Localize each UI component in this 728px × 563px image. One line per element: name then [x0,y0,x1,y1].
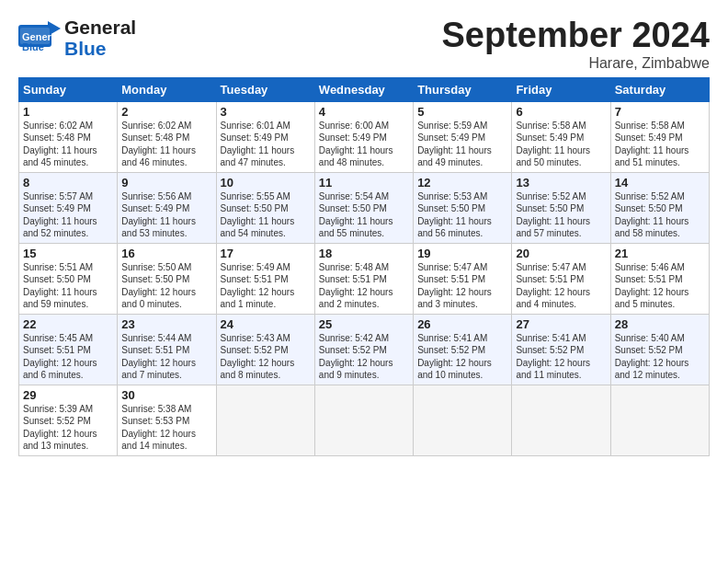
day-number: 1 [23,105,113,119]
col-sunday: Sunday [19,77,118,101]
calendar-cell: 28Sunrise: 5:40 AM Sunset: 5:52 PM Dayli… [610,314,709,385]
cell-info: Sunrise: 5:54 AM Sunset: 5:50 PM Dayligh… [319,190,409,240]
calendar-cell: 3Sunrise: 6:01 AM Sunset: 5:49 PM Daylig… [216,101,314,172]
cell-info: Sunrise: 5:41 AM Sunset: 5:52 PM Dayligh… [516,332,606,382]
cell-info: Sunrise: 5:59 AM Sunset: 5:49 PM Dayligh… [417,120,507,169]
cell-info: Sunrise: 5:47 AM Sunset: 5:51 PM Dayligh… [417,261,507,311]
day-number: 20 [516,247,606,260]
col-friday: Friday [512,77,610,101]
calendar-cell [512,385,610,455]
col-thursday: Thursday [414,77,512,101]
calendar-cell: 7Sunrise: 5:58 AM Sunset: 5:49 PM Daylig… [610,101,709,172]
logo: General Blue General Blue [18,17,136,59]
col-tuesday: Tuesday [216,77,314,101]
header-row: Sunday Monday Tuesday Wednesday Thursday… [19,77,710,101]
col-saturday: Saturday [610,77,709,101]
week-row-1: 1Sunrise: 6:02 AM Sunset: 5:48 PM Daylig… [19,101,710,172]
cell-info: Sunrise: 6:02 AM Sunset: 5:48 PM Dayligh… [121,120,211,169]
cell-info: Sunrise: 6:02 AM Sunset: 5:48 PM Dayligh… [23,120,113,169]
calendar-cell: 4Sunrise: 6:00 AM Sunset: 5:49 PM Daylig… [314,101,413,172]
day-number: 5 [417,105,507,119]
cell-info: Sunrise: 6:00 AM Sunset: 5:49 PM Dayligh… [319,120,409,169]
week-row-5: 29Sunrise: 5:39 AM Sunset: 5:52 PM Dayli… [19,385,710,455]
calendar-cell: 6Sunrise: 5:58 AM Sunset: 5:49 PM Daylig… [512,101,610,172]
day-number: 19 [417,247,507,260]
title-block: September 2024 Harare, Zimbabwe [442,17,711,72]
calendar-cell: 13Sunrise: 5:52 AM Sunset: 5:50 PM Dayli… [512,172,610,243]
day-number: 9 [121,176,211,190]
day-number: 16 [121,247,211,260]
logo-blue: Blue [64,38,136,59]
calendar-cell [216,385,314,455]
logo-text-block: General Blue [64,17,136,59]
calendar-cell: 19Sunrise: 5:47 AM Sunset: 5:51 PM Dayli… [414,243,512,314]
cell-info: Sunrise: 5:47 AM Sunset: 5:51 PM Dayligh… [516,261,606,311]
cell-info: Sunrise: 5:49 AM Sunset: 5:51 PM Dayligh… [221,261,311,311]
calendar-cell: 1Sunrise: 6:02 AM Sunset: 5:48 PM Daylig… [19,101,118,172]
calendar-cell [414,385,512,455]
day-number: 25 [319,317,409,331]
day-number: 24 [221,317,311,331]
subtitle: Harare, Zimbabwe [442,55,711,72]
calendar-cell: 30Sunrise: 5:38 AM Sunset: 5:53 PM Dayli… [118,385,216,455]
calendar-cell: 10Sunrise: 5:55 AM Sunset: 5:50 PM Dayli… [216,172,314,243]
cell-info: Sunrise: 5:46 AM Sunset: 5:51 PM Dayligh… [615,261,705,311]
week-row-2: 8Sunrise: 5:57 AM Sunset: 5:49 PM Daylig… [19,172,710,243]
calendar-cell [314,385,413,455]
day-number: 18 [319,247,409,260]
calendar-cell: 20Sunrise: 5:47 AM Sunset: 5:51 PM Dayli… [512,243,610,314]
cell-info: Sunrise: 5:51 AM Sunset: 5:50 PM Dayligh… [23,261,113,311]
calendar-cell: 29Sunrise: 5:39 AM Sunset: 5:52 PM Dayli… [19,385,118,455]
day-number: 27 [516,317,606,331]
calendar-cell: 24Sunrise: 5:43 AM Sunset: 5:52 PM Dayli… [216,314,314,385]
cell-info: Sunrise: 5:43 AM Sunset: 5:52 PM Dayligh… [221,332,311,382]
day-number: 6 [516,105,606,119]
calendar-cell: 18Sunrise: 5:48 AM Sunset: 5:51 PM Dayli… [314,243,413,314]
cell-info: Sunrise: 5:45 AM Sunset: 5:51 PM Dayligh… [23,332,113,382]
day-number: 11 [319,176,409,190]
cell-info: Sunrise: 5:58 AM Sunset: 5:49 PM Dayligh… [516,120,606,169]
day-number: 15 [23,247,113,260]
day-number: 2 [121,105,211,119]
day-number: 14 [615,176,705,190]
col-wednesday: Wednesday [314,77,413,101]
cell-info: Sunrise: 5:50 AM Sunset: 5:50 PM Dayligh… [121,261,211,311]
calendar-cell: 26Sunrise: 5:41 AM Sunset: 5:52 PM Dayli… [414,314,512,385]
calendar-cell: 27Sunrise: 5:41 AM Sunset: 5:52 PM Dayli… [512,314,610,385]
calendar-cell: 11Sunrise: 5:54 AM Sunset: 5:50 PM Dayli… [314,172,413,243]
cell-info: Sunrise: 5:40 AM Sunset: 5:52 PM Dayligh… [615,332,705,382]
day-number: 13 [516,176,606,190]
week-row-3: 15Sunrise: 5:51 AM Sunset: 5:50 PM Dayli… [19,243,710,314]
cell-info: Sunrise: 5:52 AM Sunset: 5:50 PM Dayligh… [516,190,606,240]
week-row-4: 22Sunrise: 5:45 AM Sunset: 5:51 PM Dayli… [19,314,710,385]
day-number: 26 [417,317,507,331]
day-number: 28 [615,317,705,331]
day-number: 4 [319,105,409,119]
day-number: 17 [221,247,311,260]
calendar-cell: 14Sunrise: 5:52 AM Sunset: 5:50 PM Dayli… [610,172,709,243]
day-number: 12 [417,176,507,190]
calendar-cell [610,385,709,455]
cell-info: Sunrise: 5:41 AM Sunset: 5:52 PM Dayligh… [417,332,507,382]
calendar-cell: 5Sunrise: 5:59 AM Sunset: 5:49 PM Daylig… [414,101,512,172]
header: General Blue General Blue September 2024… [18,17,710,72]
day-number: 23 [121,317,211,331]
calendar-cell: 9Sunrise: 5:56 AM Sunset: 5:49 PM Daylig… [118,172,216,243]
cell-info: Sunrise: 5:39 AM Sunset: 5:52 PM Dayligh… [23,403,113,453]
calendar-cell: 16Sunrise: 5:50 AM Sunset: 5:50 PM Dayli… [118,243,216,314]
day-number: 30 [121,388,211,402]
cell-info: Sunrise: 5:52 AM Sunset: 5:50 PM Dayligh… [615,190,705,240]
calendar-cell: 22Sunrise: 5:45 AM Sunset: 5:51 PM Dayli… [19,314,118,385]
page: General Blue General Blue September 2024… [0,0,728,465]
day-number: 22 [23,317,113,331]
cell-info: Sunrise: 5:57 AM Sunset: 5:49 PM Dayligh… [23,190,113,240]
col-monday: Monday [118,77,216,101]
calendar-cell: 21Sunrise: 5:46 AM Sunset: 5:51 PM Dayli… [610,243,709,314]
cell-info: Sunrise: 5:44 AM Sunset: 5:51 PM Dayligh… [121,332,211,382]
cell-info: Sunrise: 5:42 AM Sunset: 5:52 PM Dayligh… [319,332,409,382]
calendar-cell: 2Sunrise: 6:02 AM Sunset: 5:48 PM Daylig… [118,101,216,172]
calendar-cell: 8Sunrise: 5:57 AM Sunset: 5:49 PM Daylig… [19,172,118,243]
calendar-cell: 25Sunrise: 5:42 AM Sunset: 5:52 PM Dayli… [314,314,413,385]
cell-info: Sunrise: 5:38 AM Sunset: 5:53 PM Dayligh… [121,403,211,453]
day-number: 10 [221,176,311,190]
